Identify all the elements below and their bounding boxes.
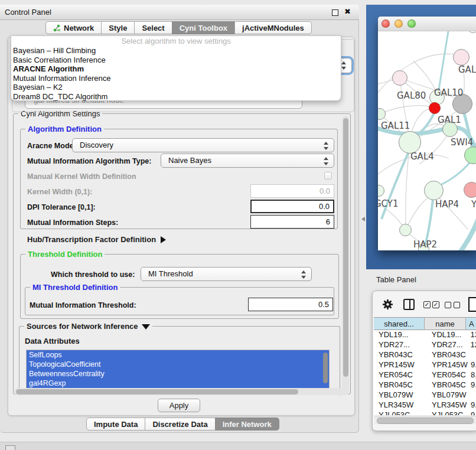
combo-spinner-icon <box>341 61 347 70</box>
mi-type-combo[interactable]: Naive Bayes <box>161 154 334 168</box>
tab-discretize-data[interactable]: Discretize Data <box>145 418 215 431</box>
table-row[interactable]: YDL19...YDL19...13 <box>374 330 476 340</box>
screen: Control Panel ✖ Network Style Select Cyn… <box>0 0 476 450</box>
dropdown-placeholder: Select algorithm to view settings <box>11 36 341 46</box>
mi-steps-label: Mutual Information Steps: <box>27 219 118 227</box>
column-header-shared[interactable]: shared... <box>374 317 425 330</box>
hub-definition-disclosure[interactable]: Hub/Transcription Factor Definition <box>27 235 166 244</box>
kernel-width-input[interactable] <box>250 184 334 198</box>
tab-infer-network[interactable]: Infer Network <box>215 418 279 431</box>
tab-jactivemnodules[interactable]: jActiveMNodules <box>234 21 312 34</box>
dropdown-item[interactable]: Bayesian – K2 <box>11 83 341 92</box>
dpi-tolerance-label: DPI Tolerance [0,1]: <box>27 203 96 211</box>
combo-spinner-icon <box>301 270 307 279</box>
mi-threshold-group-title: MI Threshold Definition <box>30 283 120 292</box>
network-icon <box>53 24 61 32</box>
sources-group-title[interactable]: Sources for Network Inference <box>24 322 152 331</box>
network-node[interactable] <box>392 70 407 86</box>
tab-select[interactable]: Select <box>134 21 172 34</box>
tab-impute-data[interactable]: Impute Data <box>86 418 145 431</box>
column-layout-icon[interactable] <box>403 299 415 310</box>
combo-spinner-icon <box>324 141 329 151</box>
close-icon[interactable]: ✖ <box>344 7 351 16</box>
settings-vertical-scrollbar[interactable] <box>342 116 349 391</box>
panel-divider-collapse-icon[interactable] <box>361 217 365 221</box>
dropdown-item[interactable]: Dream8 DC_TDC Algorithm <box>11 92 341 102</box>
document-icon[interactable] <box>468 297 476 312</box>
kernel-width-label: Kernel Width (0,1): <box>27 188 92 196</box>
mi-threshold-label: Mutual Information Threshold: <box>30 301 136 309</box>
float-window-icon[interactable] <box>332 9 338 16</box>
apply-button[interactable]: Apply <box>158 399 200 412</box>
node-label: GCY1 <box>378 198 399 209</box>
settings-horizontal-scrollbar[interactable] <box>14 388 350 395</box>
table-row[interactable]: YER054CYER054C8. <box>374 370 476 380</box>
status-strip <box>0 442 476 450</box>
column-header-name[interactable]: name <box>425 317 466 330</box>
table-row[interactable]: YJL053CYJL053C9 <box>374 410 476 415</box>
network-node[interactable] <box>424 181 444 200</box>
node-label: HAP4 <box>435 199 459 210</box>
attribute-item[interactable]: SelfLoops <box>27 350 329 360</box>
zoom-traffic-light[interactable] <box>407 19 416 28</box>
node-label: GAL11 <box>381 120 410 131</box>
close-traffic-light[interactable] <box>382 19 390 28</box>
dropdown-item[interactable]: Basic Correlation Inference <box>11 56 341 65</box>
minimize-traffic-light[interactable] <box>395 19 403 28</box>
column-header-third[interactable]: A <box>466 317 476 330</box>
checked-checkbox-icon[interactable]: ✓ <box>432 301 439 308</box>
tab-cyni-toolbox[interactable]: Cyni Toolbox <box>172 21 235 34</box>
tab-style[interactable]: Style <box>101 21 135 34</box>
table-row[interactable]: YBR045CYBR045C9. <box>374 380 476 390</box>
table-row[interactable]: YBR043CYBR043C <box>374 350 476 360</box>
node-label: GAL1 <box>438 115 461 125</box>
table-body: YDL19...YDL19...13 YDR27...YDR27...12 YB… <box>374 330 476 415</box>
network-canvas[interactable]: GAL GAL80 GAL10 GAL1 GAL11 GAL4 SWI4 GCY… <box>378 31 476 250</box>
mi-threshold-input[interactable] <box>248 298 333 311</box>
tab-network[interactable]: Network <box>45 21 102 34</box>
data-attributes-label: Data Attributes <box>25 337 80 345</box>
table-row[interactable]: YPR145WYPR145W9. <box>374 360 476 370</box>
dropdown-item[interactable]: Mutual Information Inference <box>11 74 341 83</box>
list-scrollbar[interactable] <box>323 353 328 383</box>
table-row[interactable]: YLR345WYLR345W9. <box>374 400 476 410</box>
algorithm-definition-title: Algorithm Definition <box>25 125 104 133</box>
network-node[interactable] <box>399 224 412 236</box>
dpi-tolerance-input[interactable] <box>250 200 334 213</box>
mi-type-value: Naive Bayes <box>168 156 211 165</box>
control-panel-title: Control Panel <box>5 8 51 17</box>
table-row[interactable]: YBL079WYBL079W <box>374 390 476 400</box>
node-label: GAL80 <box>397 90 426 101</box>
mi-steps-input[interactable] <box>250 215 334 229</box>
table-row[interactable]: YDR27...YDR27...12 <box>374 340 476 350</box>
aracne-mode-label: Aracne Mode: <box>27 142 76 150</box>
control-panel-titlebar[interactable] <box>0 5 359 20</box>
node-label: GAL4 <box>410 151 434 162</box>
manual-kernel-checkbox[interactable] <box>324 172 332 180</box>
attribute-item[interactable]: TopologicalCoefficient <box>27 360 329 369</box>
unchecked-checkbox-icon[interactable] <box>454 302 460 308</box>
aracne-mode-value: Discovery <box>80 141 113 149</box>
checked-checkbox-icon[interactable]: ✓ <box>423 301 431 308</box>
combo-spinner-icon <box>324 156 329 166</box>
minimized-panel-icon[interactable] <box>5 445 15 450</box>
table-horizontal-scrollbar[interactable] <box>374 416 476 424</box>
dropdown-item[interactable]: Bayesian – Hill Climbing <box>11 46 341 56</box>
disclosure-right-icon <box>161 236 166 243</box>
network-node[interactable] <box>464 182 476 198</box>
disclosure-down-icon <box>142 324 150 330</box>
which-threshold-value: MI Threshold <box>148 269 193 278</box>
dropdown-item-selected[interactable]: ARACNE Algorithm <box>11 64 341 74</box>
network-node-selected[interactable] <box>429 102 441 114</box>
aracne-mode-combo[interactable]: Discovery <box>72 138 334 152</box>
network-node[interactable] <box>453 49 470 66</box>
network-node[interactable] <box>399 131 421 154</box>
attribute-item[interactable]: gal4RGexp <box>27 379 329 388</box>
manual-kernel-label: Manual Kernel Width Definition <box>27 172 136 181</box>
unchecked-checkbox-icon[interactable] <box>445 302 451 308</box>
network-window-titlebar[interactable] <box>378 17 476 31</box>
attribute-item[interactable]: BetweennessCentrality <box>27 369 329 379</box>
gear-icon[interactable] <box>382 299 393 310</box>
which-threshold-combo[interactable]: MI Threshold <box>141 267 312 281</box>
node-label: GAL <box>458 64 476 75</box>
